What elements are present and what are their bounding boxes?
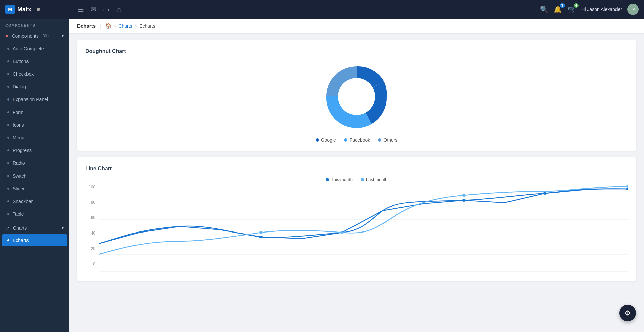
sidebar-item-table[interactable]: Table <box>2 208 67 220</box>
legend-label-others: Others <box>383 137 397 143</box>
components-badge: 30+ <box>43 34 49 38</box>
menu-icon[interactable]: ☰ <box>78 5 84 13</box>
star-icon[interactable]: ☆ <box>116 5 122 13</box>
bullet-icon <box>7 60 9 62</box>
bullet-icon <box>7 213 9 215</box>
legend-dot-others <box>378 138 381 142</box>
brand: M Matx <box>5 5 72 14</box>
charts-trend-icon: ↗ <box>5 225 10 231</box>
avatar[interactable]: JA <box>627 4 639 15</box>
breadcrumb-charts[interactable]: Charts <box>118 23 132 29</box>
y-label-80: 80 <box>91 200 95 205</box>
topnav-right: 🔍 🔔 3 🛒 4 Hi Jason Alexander JA <box>540 4 639 15</box>
sidebar-item-expansion[interactable]: Expansion Panel <box>2 93 67 106</box>
notification-bell[interactable]: 🔔 3 <box>554 5 562 13</box>
sidebar-item-dialog[interactable]: Dialog <box>2 81 67 93</box>
point-this-3 <box>462 199 466 202</box>
fab-settings[interactable]: ⚙ <box>619 305 636 321</box>
bullet-icon <box>7 111 9 113</box>
sidebar-item-label: Snackbar <box>13 199 33 204</box>
topnav: M Matx ☰ ✉ ▭ ☆ 🔍 🔔 3 🛒 4 Hi Jason Alexan… <box>0 0 644 19</box>
sidebar-item-icons[interactable]: Icons <box>2 119 67 131</box>
sidebar-item-label: Dialog <box>13 84 26 89</box>
main-layout: COMPONENTS ♥ Components 30+ ▾ Auto Compl… <box>0 19 644 332</box>
sidebar-item-menu[interactable]: Menu <box>2 132 67 144</box>
sidebar-item-label: Progress <box>13 148 32 153</box>
sidebar-item-label: Form <box>13 110 24 115</box>
brand-name: Matx <box>17 6 31 13</box>
breadcrumb-home-icon[interactable]: 🏠 <box>105 23 112 29</box>
topnav-center: ☰ ✉ ▭ ☆ <box>72 5 540 13</box>
email-icon[interactable]: ✉ <box>91 5 96 13</box>
bullet-icon <box>7 98 9 101</box>
sidebar-item-label: Icons <box>13 122 24 128</box>
y-axis-labels: 100 80 60 40 20 0 <box>85 185 97 266</box>
bullet-icon <box>7 200 9 202</box>
sidebar-item-label: Slider <box>13 186 25 191</box>
sidebar-section-label: COMPONENTS <box>0 19 69 29</box>
sidebar-item-switch[interactable]: Switch <box>2 170 67 182</box>
components-chevron: ▾ <box>62 34 64 38</box>
sidebar-item-snackbar[interactable]: Snackbar <box>2 195 67 207</box>
gear-icon: ⚙ <box>625 309 631 317</box>
sidebar-charts-group[interactable]: ↗ Charts ▾ <box>0 222 69 234</box>
breadcrumb-root: Echarts <box>77 23 96 29</box>
bullet-icon <box>7 73 9 75</box>
point-this-4 <box>543 192 547 195</box>
line-chart-card: Line Chart This month Last month 100 80 <box>77 157 636 281</box>
doughnut-hole <box>338 78 375 115</box>
legend-label-google: Google <box>321 137 336 143</box>
search-icon[interactable]: 🔍 <box>540 5 548 13</box>
doughnut-card: Doughnut Chart <box>77 40 636 151</box>
brand-icon: M <box>5 5 15 14</box>
sidebar-item-form[interactable]: Form <box>2 106 67 118</box>
components-label: Components <box>12 33 39 39</box>
line-legend: This month Last month <box>85 177 628 182</box>
sidebar-item-autocomplete[interactable]: Auto Complete <box>2 43 67 55</box>
line-last-month-smooth <box>99 186 628 254</box>
sidebar-item-progress[interactable]: Progress <box>2 144 67 156</box>
sidebar-item-buttons[interactable]: Buttons <box>2 55 67 67</box>
legend-this-month: This month <box>326 177 353 182</box>
sidebar-components[interactable]: ♥ Components 30+ ▾ <box>0 29 69 42</box>
legend-dot-this-month <box>326 178 329 181</box>
point-last-1 <box>259 231 263 234</box>
notification-badge: 3 <box>560 3 565 8</box>
bullet-icon <box>7 124 9 126</box>
sidebar-item-label: Expansion Panel <box>13 97 48 102</box>
status-dot <box>37 8 40 11</box>
bullet-icon <box>7 239 9 241</box>
point-this-1 <box>259 236 263 238</box>
heart-icon: ♥ <box>5 33 9 39</box>
y-label-60: 60 <box>91 215 95 220</box>
line-this-month-smooth <box>99 189 628 244</box>
sidebar-item-radio[interactable]: Radio <box>2 157 67 169</box>
sidebar-item-label: Echarts <box>13 238 29 243</box>
cart-badge: 4 <box>574 3 579 8</box>
legend-label-this-month: This month <box>331 177 353 182</box>
sidebar-item-label: Auto Complete <box>13 46 44 51</box>
window-icon[interactable]: ▭ <box>103 5 109 13</box>
sidebar: COMPONENTS ♥ Components 30+ ▾ Auto Compl… <box>0 19 69 332</box>
legend-dot-google <box>316 138 319 142</box>
line-this-month <box>99 189 628 244</box>
doughnut-title: Doughnut Chart <box>85 48 628 54</box>
sidebar-item-label: Radio <box>13 160 25 166</box>
cart-wrapper[interactable]: 🛒 4 <box>568 5 576 13</box>
sidebar-item-echarts[interactable]: Echarts <box>2 234 67 246</box>
doughnut-legend: Google Facebook Others <box>316 137 398 143</box>
sidebar-item-label: Table <box>13 211 24 217</box>
bullet-icon <box>7 149 9 151</box>
sidebar-item-checkbox[interactable]: Checkbox <box>2 68 67 80</box>
sidebar-item-label: Buttons <box>13 59 29 64</box>
chart-area: 100 80 60 40 20 0 <box>85 185 628 273</box>
bullet-icon <box>7 188 9 190</box>
y-label-0: 0 <box>93 262 95 266</box>
sidebar-item-label: Switch <box>13 173 26 179</box>
legend-dot-facebook <box>344 138 347 142</box>
y-label-20: 20 <box>91 246 95 251</box>
sidebar-item-slider[interactable]: Slider <box>2 183 67 195</box>
breadcrumb-sep1: › <box>114 23 116 29</box>
doughnut-container: Google Facebook Others <box>85 60 628 143</box>
legend-facebook: Facebook <box>344 137 370 143</box>
